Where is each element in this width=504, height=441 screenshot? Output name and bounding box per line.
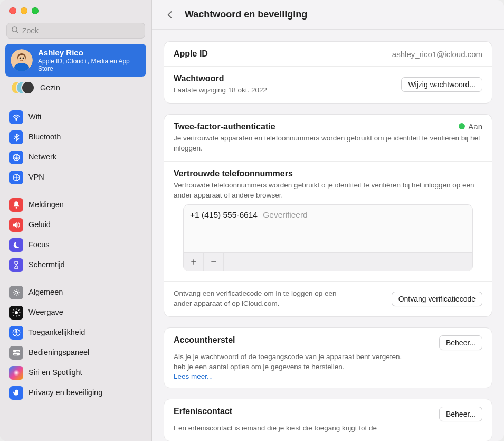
svg-line-26	[13, 309, 14, 311]
header: Wachtwoord en beveiliging	[152, 0, 504, 30]
sidebar-item-label: Geluid	[28, 220, 51, 229]
hourglass-icon	[9, 258, 23, 272]
two-factor-status-text: Aan	[468, 122, 482, 131]
account-subtitle: Apple ID, iCloud+, Media en App Store	[38, 58, 141, 72]
content-scroll[interactable]: Apple ID ashley_rico1@icloud.com Wachtwo…	[152, 30, 504, 441]
manage-legacy-button[interactable]: Beheer...	[439, 407, 482, 421]
card-apple-id: Apple ID ashley_rico1@icloud.com Wachtwo…	[164, 41, 492, 104]
sidebar-item-wifi[interactable]: Wifi	[5, 107, 146, 127]
sidebar-item-label: Weergave	[28, 308, 63, 317]
change-password-button[interactable]: Wijzig wachtwoord...	[401, 77, 482, 92]
accessibility-icon	[9, 326, 23, 340]
sidebar-item-display[interactable]: Weergave	[5, 303, 146, 323]
sidebar-item-label: Privacy en beveiliging	[28, 388, 102, 397]
sidebar-item-label: VPN	[28, 173, 44, 182]
row-apple-id: Apple ID ashley_rico1@icloud.com	[164, 42, 492, 67]
account-name: Ashley Rico	[38, 48, 141, 58]
manage-recovery-button[interactable]: Beheer...	[439, 335, 482, 350]
sidebar-item-focus[interactable]: Focus	[5, 235, 146, 255]
wifi-icon	[9, 110, 23, 124]
svg-point-8	[16, 119, 17, 120]
svg-point-6	[20, 58, 21, 59]
two-factor-title: Twee-factor-authenticatie	[174, 122, 275, 132]
svg-line-18	[18, 294, 19, 295]
row-verification-code: Ontvang een verificatiecode om in te log…	[164, 282, 492, 316]
row-password: Wachtwoord Laatste wijziging 18 okt. 202…	[164, 67, 492, 103]
svg-point-35	[17, 354, 19, 355]
svg-point-0	[12, 26, 17, 31]
account-avatar	[11, 49, 33, 71]
settings-window: Ashley Rico Apple ID, iCloud+, Media en …	[0, 0, 504, 441]
apple-id-label: Apple ID	[174, 49, 208, 59]
sidebar-item-control-center[interactable]: Bedieningspaneel	[5, 343, 146, 363]
sidebar-item-bluetooth[interactable]: Bluetooth	[5, 127, 146, 147]
sidebar-item-label: Netwerk	[28, 153, 56, 162]
search-field[interactable]	[6, 23, 145, 39]
sidebar-item-network[interactable]: Netwerk	[5, 147, 146, 167]
password-label: Wachtwoord	[174, 74, 267, 83]
account-recovery-title: Accountherstel	[174, 335, 235, 345]
window-controls	[0, 0, 151, 20]
sidebar-item-label: Focus	[28, 240, 50, 249]
svg-point-21	[15, 311, 18, 314]
sidebar-item-label: Schermtijd	[28, 260, 65, 269]
get-verification-code-button[interactable]: Ontvang verificatiecode	[392, 292, 482, 306]
add-number-button[interactable]	[184, 253, 204, 271]
sidebar-item-screentime[interactable]: Schermtijd	[5, 255, 146, 275]
legacy-contact-title: Erfeniscontact	[174, 407, 232, 416]
svg-line-19	[14, 294, 15, 295]
sidebar-item-label: Bluetooth	[28, 133, 61, 142]
minimize-window-button[interactable]	[21, 7, 27, 14]
sidebar-item-family[interactable]: Gezin	[5, 77, 146, 100]
legacy-contact-desc: Een erfeniscontact is iemand die je kies…	[174, 424, 405, 434]
row-account-recovery: Accountherstel Beheer... Als je je wacht…	[164, 328, 492, 388]
sidebar-item-vpn[interactable]: VPN	[5, 167, 146, 187]
bluetooth-icon	[9, 130, 23, 144]
card-two-factor: Twee-factor-authenticatie Aan Je vertrou…	[164, 114, 492, 317]
hand-icon	[9, 386, 23, 400]
svg-point-36	[13, 370, 20, 376]
account-recovery-learn-more-link[interactable]: Lees meer...	[174, 372, 482, 380]
trusted-number-status: Geverifieerd	[263, 210, 307, 219]
row-two-factor: Twee-factor-authenticatie Aan Je vertrou…	[164, 115, 492, 162]
sidebar-list: Ashley Rico Apple ID, iCloud+, Media en …	[0, 44, 151, 441]
row-legacy-contact: Erfeniscontact Beheer... Een erfeniscont…	[164, 399, 492, 441]
sidebar-item-privacy[interactable]: Privacy en beveiliging	[5, 383, 146, 403]
sun-icon	[9, 306, 23, 320]
two-factor-description: Je vertrouwde apparaten en telefoonnumme…	[174, 134, 482, 154]
trusted-numbers-list[interactable]: +1 (415) 555-6614 Geverifieerd	[183, 204, 473, 271]
main-panel: Wachtwoord en beveiliging Apple ID ashle…	[152, 0, 504, 441]
trusted-numbers-title: Vertrouwde telefoonnummers	[174, 169, 482, 179]
sidebar-item-label: Toegankelijkheid	[28, 328, 85, 337]
sidebar-item-label: Bedieningspaneel	[28, 348, 89, 357]
trusted-number-row[interactable]: +1 (415) 555-6614 Geverifieerd	[184, 205, 472, 225]
sidebar-item-general[interactable]: Algemeen	[5, 283, 146, 303]
trusted-numbers-toolbar	[184, 252, 472, 271]
sidebar-item-sound[interactable]: Geluid	[5, 215, 146, 235]
back-button[interactable]	[163, 7, 177, 22]
password-last-changed: Laatste wijziging 18 okt. 2022	[174, 86, 267, 96]
apple-id-value: ashley_rico1@icloud.com	[392, 50, 482, 59]
two-factor-status: Aan	[459, 122, 482, 131]
sidebar-item-apple-id[interactable]: Ashley Rico Apple ID, iCloud+, Media en …	[5, 44, 146, 77]
remove-number-button[interactable]	[204, 253, 224, 271]
account-recovery-desc: Als je je wachtwoord of de toegangscode …	[174, 352, 405, 372]
sidebar-item-notifications[interactable]: Meldingen	[5, 195, 146, 215]
page-title: Wachtwoord en beveiliging	[185, 9, 307, 20]
gear-icon	[9, 286, 23, 299]
zoom-window-button[interactable]	[32, 7, 39, 14]
moon-icon	[9, 238, 23, 252]
svg-point-7	[23, 58, 24, 59]
svg-line-17	[14, 290, 15, 291]
list-empty-space	[184, 225, 472, 252]
sidebar-item-accessibility[interactable]: Toegankelijkheid	[5, 323, 146, 343]
search-input[interactable]	[22, 26, 140, 35]
svg-line-1	[16, 31, 18, 33]
sidebar-item-siri[interactable]: Siri en Spotlight	[5, 363, 146, 383]
svg-point-31	[16, 330, 17, 332]
family-avatars	[11, 81, 35, 96]
svg-point-11	[16, 207, 17, 209]
status-dot-icon	[459, 123, 465, 129]
speaker-icon	[9, 218, 23, 232]
close-window-button[interactable]	[9, 7, 16, 14]
